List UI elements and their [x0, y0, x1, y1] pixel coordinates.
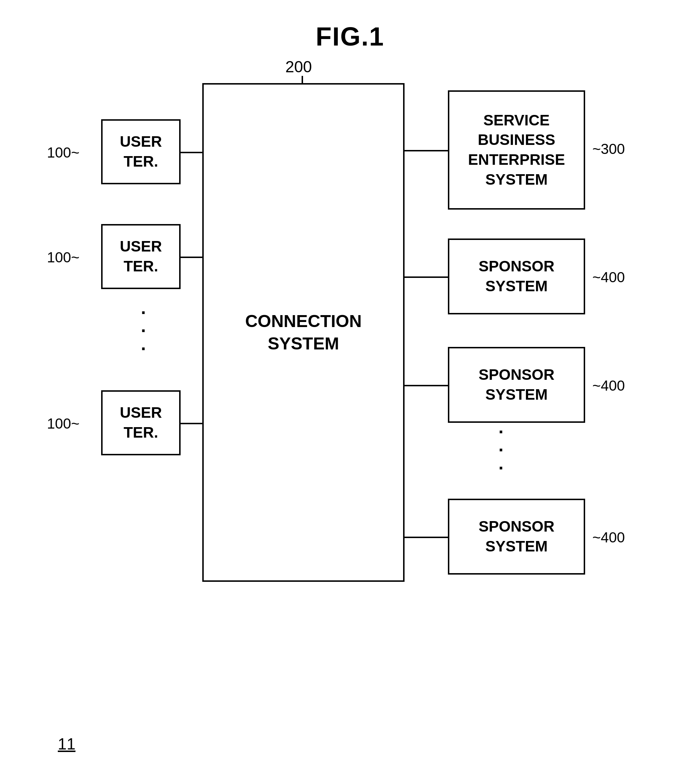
h-line-sponsor2 [405, 385, 448, 386]
user-terminal-3-box: USERTER. [101, 390, 181, 455]
ref-100-3: 100~ [47, 416, 80, 432]
h-line-sponsor3 [405, 536, 448, 538]
connection-system-label: CONNECTIONSYSTEM [245, 310, 362, 355]
ref-100-1: 100~ [47, 145, 80, 161]
sponsor-system-1-box: SPONSORSYSTEM [448, 239, 585, 314]
ref-400-3: ~400 [592, 530, 625, 546]
sponsor-system-1-label: SPONSORSYSTEM [472, 249, 562, 303]
h-line-sponsor1 [405, 276, 448, 278]
ref-200-label: 200 [285, 58, 312, 76]
sponsor-system-3-box: SPONSORSYSTEM [448, 499, 585, 575]
h-line-ut3 [181, 423, 203, 424]
service-business-box: SERVICEBUSINESSENTERPRISESYSTEM [448, 90, 585, 210]
user-terminal-2-box: USERTER. [101, 224, 181, 289]
page-number: 11 [58, 735, 75, 753]
connection-system-box: CONNECTIONSYSTEM [202, 83, 405, 582]
ref-300: ~300 [592, 141, 625, 157]
ref-400-1: ~400 [592, 269, 625, 286]
user-terminal-1-label: USERTER. [120, 132, 162, 171]
dots-left: ··· [141, 304, 147, 358]
ref-100-2: 100~ [47, 249, 80, 266]
sponsor-system-2-label: SPONSORSYSTEM [472, 358, 562, 412]
ref-400-2: ~400 [592, 378, 625, 394]
user-terminal-2-label: USERTER. [120, 237, 162, 276]
user-terminal-3-label: USERTER. [120, 403, 162, 442]
dots-right: ··· [498, 423, 504, 477]
h-line-service [405, 150, 448, 151]
sponsor-system-3-label: SPONSORSYSTEM [472, 510, 562, 563]
h-line-ut2 [181, 257, 203, 258]
page-title: FIG.1 [316, 22, 384, 51]
service-business-label: SERVICEBUSINESSENTERPRISESYSTEM [461, 104, 572, 197]
user-terminal-1-box: USERTER. [101, 119, 181, 184]
sponsor-system-2-box: SPONSORSYSTEM [448, 347, 585, 423]
h-line-ut1 [181, 152, 203, 153]
